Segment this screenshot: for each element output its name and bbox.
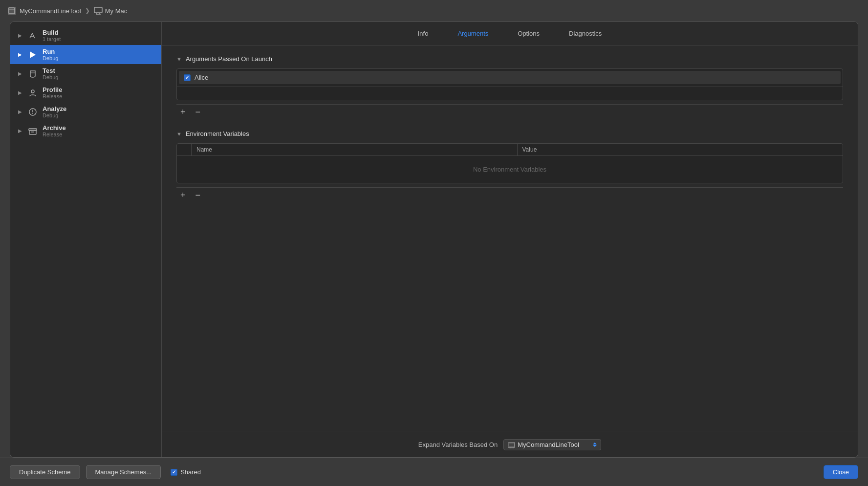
argument-checkmark-alice: ✓ [185,75,189,80]
expand-variables-label: Expand Variables Based On [418,441,498,448]
archive-icon [28,126,38,136]
device-indicator: My Mac [94,7,128,15]
sidebar-text-run: Run Debug [43,48,58,61]
arguments-add-remove-bar: + − [176,104,843,118]
shared-checkbox[interactable]: ✓ [171,469,177,476]
test-icon [28,69,38,79]
sidebar-arrow-profile: ▶ [18,90,23,95]
argument-empty-row [177,86,843,100]
env-section-title: Environment Variables [186,130,249,137]
manage-schemes-button[interactable]: Manage Schemes... [86,465,161,479]
sidebar-item-archive[interactable]: ▶ Archive Release [10,121,161,140]
env-add-remove-bar: + − [176,187,843,201]
env-table: Name Value No Environment Variables [176,143,843,183]
project-icon [8,7,16,15]
expand-select-arrow-down [593,445,597,447]
sidebar-name-profile: Profile [43,86,62,93]
right-panel: Info Arguments Options Diagnostics ▼ Arg… [162,22,858,457]
duplicate-scheme-button[interactable]: Duplicate Scheme [10,465,80,479]
expand-variables-select[interactable]: MyCommandLineTool [503,439,601,450]
sidebar-arrow-analyze: ▶ [18,109,23,114]
sidebar-item-test[interactable]: ▶ Test Debug [10,64,161,83]
tab-options[interactable]: Options [518,28,540,39]
close-button[interactable]: Close [824,465,858,479]
shared-label: Shared [180,468,201,476]
sidebar-name-build: Build [43,29,61,36]
build-icon [28,31,38,41]
sidebar-arrow-run: ▶ [18,52,23,57]
sidebar-text-profile: Profile Release [43,86,62,99]
sidebar-subtitle-run: Debug [43,55,58,61]
sidebar-text-analyze: Analyze Debug [43,105,66,118]
env-variables-section: ▼ Environment Variables Name Value No En… [176,130,843,201]
svg-rect-13 [29,129,37,131]
sidebar-text-build: Build 1 target [43,29,61,42]
sidebar-subtitle-build: 1 target [43,36,61,42]
env-col-name-header: Name [192,144,518,155]
arguments-section-title: Arguments Passed On Launch [186,55,272,63]
shared-checkbox-group: ✓ Shared [171,468,201,476]
arguments-section-header: ▼ Arguments Passed On Launch [176,55,843,63]
sidebar-item-build[interactable]: ▶ Build 1 target [10,26,161,45]
expand-variables-section: Expand Variables Based On MyCommandLineT… [162,432,858,457]
sidebar-item-profile[interactable]: ▶ Profile Release [10,83,161,102]
sidebar-item-run[interactable]: ▶ Run Debug [10,45,161,64]
argument-checkbox-alice[interactable]: ✓ [184,74,191,81]
tabs-bar: Info Arguments Options Diagnostics [162,22,858,45]
env-section-header: ▼ Environment Variables [176,130,843,137]
sidebar-subtitle-profile: Release [43,93,62,99]
sidebar-arrow-build: ▶ [18,33,23,38]
dialog: ▶ Build 1 target ▶ [10,22,858,458]
analyze-icon [28,107,38,117]
main-container: ▶ Build 1 target ▶ [0,22,868,458]
tab-arguments[interactable]: Arguments [457,28,488,39]
env-empty-message: No Environment Variables [177,156,843,183]
svg-rect-2 [94,7,102,13]
sidebar-subtitle-analyze: Debug [43,112,66,118]
env-table-header: Name Value [177,144,843,156]
sidebar-subtitle-test: Debug [43,74,58,80]
sidebar-text-test: Test Debug [43,67,58,80]
tab-info[interactable]: Info [418,28,429,39]
expand-select-arrow-up [593,442,597,444]
sidebar-arrow-archive: ▶ [18,128,23,133]
env-col-check-header [177,144,192,155]
arguments-list: ✓ Alice [176,68,843,100]
content-area: ▼ Arguments Passed On Launch ✓ Alice [162,45,858,432]
sidebar-name-run: Run [43,48,58,55]
arguments-remove-button[interactable]: − [194,108,203,116]
expand-select-value: MyCommandLineTool [518,441,590,448]
arguments-section: ▼ Arguments Passed On Launch ✓ Alice [176,55,843,118]
tab-diagnostics[interactable]: Diagnostics [569,28,602,39]
run-icon [28,50,38,60]
monitor-icon [94,7,103,15]
arguments-triangle: ▼ [176,56,182,62]
device-name: My Mac [105,7,128,15]
profile-icon [28,88,38,98]
expand-select-icon [508,442,515,448]
sidebar-name-test: Test [43,67,58,74]
sidebar-name-archive: Archive [43,124,66,132]
sidebar: ▶ Build 1 target ▶ [10,22,162,457]
arguments-add-button[interactable]: + [178,108,188,116]
sidebar-arrow-test: ▶ [18,71,23,76]
bottom-bar: Duplicate Scheme Manage Schemes... ✓ Sha… [0,458,868,486]
argument-row-alice[interactable]: ✓ Alice [179,71,841,84]
dialog-content: ▶ Build 1 target ▶ [10,22,858,457]
env-add-button[interactable]: + [178,191,188,199]
svg-rect-0 [9,8,15,14]
breadcrumb-chevron: ❯ [85,7,90,14]
sidebar-subtitle-archive: Release [43,132,66,137]
svg-point-11 [32,113,33,114]
env-triangle: ▼ [176,131,182,137]
env-col-value-header: Value [518,144,843,155]
title-bar: MyCommandLineTool ❯ My Mac [0,0,868,22]
shared-checkmark: ✓ [172,469,176,475]
svg-rect-15 [509,443,515,447]
svg-point-8 [31,90,34,93]
sidebar-item-analyze[interactable]: ▶ Analyze Debug [10,102,161,121]
project-name: MyCommandLineTool [20,7,81,15]
sidebar-name-analyze: Analyze [43,105,66,112]
env-remove-button[interactable]: − [194,191,203,199]
argument-value-alice: Alice [195,74,836,81]
